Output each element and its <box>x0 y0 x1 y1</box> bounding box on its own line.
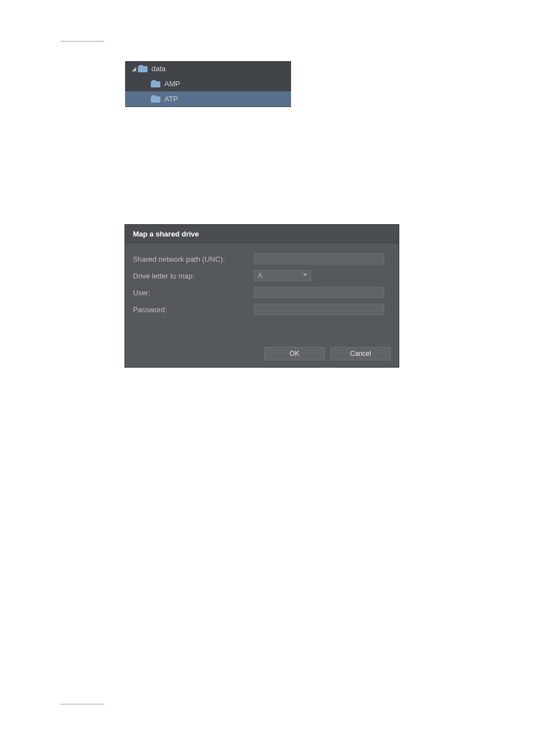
expand-arrow-icon[interactable]: ◢ <box>131 66 137 72</box>
dialog-button-row: OK Cancel <box>264 347 391 360</box>
divider-bottom <box>61 704 104 704</box>
folder-icon <box>151 95 161 103</box>
chevron-down-icon <box>303 273 307 276</box>
folder-icon <box>138 65 148 73</box>
unc-input[interactable] <box>254 253 384 265</box>
cancel-button[interactable]: Cancel <box>330 347 391 360</box>
tree-item-amp[interactable]: AMP <box>125 76 291 91</box>
folder-tree: ◢ data AMP ATP <box>125 61 291 107</box>
cancel-button-label: Cancel <box>350 350 371 358</box>
tree-item-label: data <box>151 64 165 73</box>
user-input[interactable] <box>254 287 384 298</box>
row-user: User: <box>133 287 391 298</box>
label-unc: Shared network path (UNC): <box>133 255 254 263</box>
dialog-body: Shared network path (UNC): Drive letter … <box>125 243 399 315</box>
row-unc: Shared network path (UNC): <box>133 253 391 265</box>
divider-top <box>61 41 104 41</box>
tree-item-atp[interactable]: ATP <box>125 91 291 106</box>
label-drive-letter: Drive letter to map: <box>133 272 254 280</box>
tree-item-label: ATP <box>164 95 178 103</box>
dialog-title: Map a shared drive <box>125 225 399 243</box>
password-input[interactable] <box>254 304 384 315</box>
row-drive-letter: Drive letter to map: A <box>133 270 391 281</box>
tree-item-label: AMP <box>164 80 180 88</box>
drive-letter-value: A <box>258 272 262 280</box>
folder-icon <box>151 80 161 88</box>
drive-letter-select[interactable]: A <box>254 270 311 281</box>
map-shared-drive-dialog: Map a shared drive Shared network path (… <box>124 224 399 368</box>
tree-item-data[interactable]: ◢ data <box>125 61 291 76</box>
label-password: Password: <box>133 305 254 314</box>
ok-button[interactable]: OK <box>264 347 325 360</box>
label-user: User: <box>133 289 254 297</box>
row-password: Password: <box>133 304 391 315</box>
ok-button-label: OK <box>289 350 299 358</box>
